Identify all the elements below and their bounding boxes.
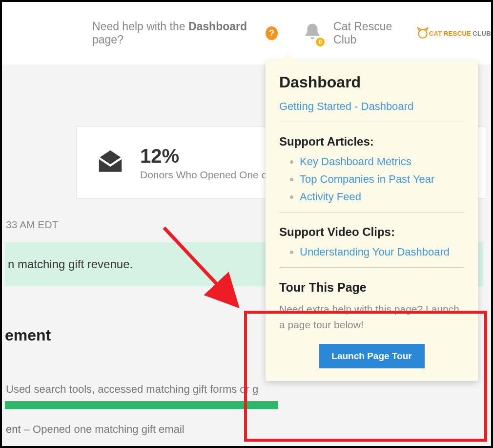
list-item: Understanding Your Dashboard (300, 246, 464, 258)
engagement-heading: ement (5, 326, 51, 344)
help-suffix: page? (92, 33, 123, 46)
divider (279, 212, 464, 213)
org-name[interactable]: Cat Rescue Club (333, 20, 410, 46)
divider (279, 267, 464, 268)
help-icon[interactable]: ? (266, 26, 278, 40)
row2-suffix: – Opened one matching gift email (21, 423, 185, 435)
list-item: Top Companies in Past Year (300, 173, 464, 186)
notifications-bell[interactable]: 0 (302, 22, 323, 44)
list-item: Key Dashboard Metrics (300, 155, 464, 168)
help-popover: Dashboard Getting Started - Dashboard Su… (266, 61, 478, 381)
engagement-row-1: Used search tools, accessed matching gif… (6, 383, 258, 396)
article-link[interactable]: Activity Feed (300, 191, 361, 203)
getting-started-link[interactable]: Getting Started - Dashboard (279, 100, 413, 112)
revenue-banner-text: n matching gift revenue. (8, 257, 133, 271)
timestamp: 33 AM EDT (6, 219, 58, 231)
tour-description: Need extra help with this page? Launch a… (279, 301, 464, 332)
support-articles-list: Key Dashboard Metrics Top Companies in P… (279, 155, 464, 203)
stat-text: 12% Donors Who Opened One or M (140, 145, 282, 181)
help-page-name: Dashboard (188, 20, 247, 33)
stat-percent: 12% (140, 145, 282, 167)
launch-page-tour-button[interactable]: Launch Page Tour (319, 344, 424, 368)
stat-label: Donors Who Opened One or M (140, 169, 282, 181)
divider (279, 122, 464, 122)
article-link[interactable]: Top Companies in Past Year (300, 173, 434, 185)
article-link[interactable]: Key Dashboard Metrics (300, 155, 411, 168)
support-videos-list: Understanding Your Dashboard (279, 246, 464, 258)
progress-bar (5, 401, 278, 409)
row2-prefix: ent (6, 423, 21, 435)
popover-title: Dashboard (279, 73, 464, 91)
video-link[interactable]: Understanding Your Dashboard (300, 246, 450, 258)
help-prompt: Need help with the Dashboard page? (92, 20, 262, 46)
org-logo[interactable]: CAT RESCUE CLUB (416, 27, 491, 40)
support-articles-heading: Support Articles: (279, 135, 464, 149)
bell-badge: 0 (315, 37, 326, 47)
tour-section: Tour This Page Need extra help with this… (279, 280, 464, 368)
engagement-row-2: ent – Opened one matching gift email (6, 423, 185, 436)
help-prefix: Need help with the (92, 20, 188, 33)
logo-word-club: CLUB (472, 30, 491, 37)
svg-point-0 (418, 29, 427, 38)
list-item: Activity Feed (300, 191, 464, 203)
cat-face-icon (416, 27, 429, 40)
support-videos-heading: Support Video Clips: (279, 225, 464, 239)
logo-word-rescue: RESCUE (444, 30, 472, 37)
envelope-open-icon (95, 147, 125, 179)
top-header: Need help with the Dashboard page? ? 0 C… (2, 2, 491, 64)
tour-heading: Tour This Page (279, 280, 464, 295)
logo-word-cat: CAT (429, 30, 442, 37)
